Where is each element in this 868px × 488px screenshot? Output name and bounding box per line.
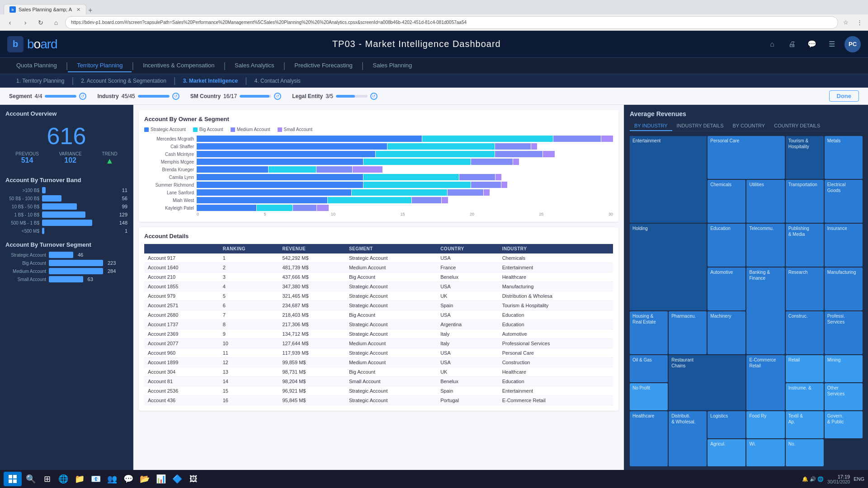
teams-icon[interactable]: 👥 [105,472,119,486]
url-bar[interactable]: https://bdev-p1.board.com/#/screen?capsu… [65,16,838,29]
treemap-cell[interactable]: Holding [630,224,707,310]
treemap-cell[interactable]: Other Services [825,383,863,410]
table-row[interactable]: Account 304 13 98,731 M$ Big Account UK … [144,367,613,377]
home-header-icon[interactable]: ⌂ [765,37,779,52]
treemap-cell[interactable]: Pharmaceu. [669,311,707,354]
back-button[interactable]: ‹ [4,16,16,29]
table-row[interactable]: Account 2077 10 127,644 M$ Medium Accoun… [144,339,613,348]
menu-icon[interactable]: ☰ [825,37,839,52]
treemap-cell[interactable]: Oil & Gas [630,355,668,382]
new-tab-button[interactable]: + [88,6,92,14]
treemap-cell[interactable]: Textil & Ap. [786,411,824,438]
task-view[interactable]: ⊞ [40,472,54,486]
subtab-scoring[interactable]: 2. Account Scoring & Segmentation [74,76,174,86]
treemap-cell[interactable]: Machinery [708,311,745,354]
treemap-cell[interactable]: E-Commerce Retail [746,355,784,410]
ie-icon[interactable]: 🌐 [56,472,71,486]
treemap-cell[interactable]: Mining [825,355,863,382]
subtab-contact[interactable]: 4. Contact Analysis [247,76,308,86]
refresh-button[interactable]: ↻ [34,16,47,29]
start-button[interactable] [4,472,22,486]
user-avatar[interactable]: PC [844,36,861,52]
treemap-cell[interactable]: Insurance [825,224,863,267]
table-row[interactable]: Account 2369 9 134,712 M$ Strategic Acco… [144,329,613,339]
tab-sales-analytics[interactable]: Sales Analytics [226,59,283,72]
table-row[interactable]: Account 1640 2 481,739 M$ Medium Account… [144,263,613,272]
table-row[interactable]: Account 917 1 542,292 M$ Strategic Accou… [144,253,613,263]
treemap-cell[interactable]: Transportation [786,180,824,223]
treemap-cell[interactable]: No Profit [630,383,668,410]
treemap-cell[interactable]: Logistics [708,411,745,438]
treemap-cell[interactable]: Distributi. & Wholesal. [669,411,707,466]
avg-rev-tab-country-details[interactable]: COUNTRY DETAILS [769,121,825,131]
treemap-cell[interactable]: Manufacturing [825,267,863,310]
treemap-cell[interactable]: Professi. Services [825,311,863,354]
table-row[interactable]: Account 960 11 117,939 M$ Strategic Acco… [144,348,613,358]
edge-icon[interactable]: 🔷 [170,472,184,486]
treemap-cell[interactable]: Banking & Finance [746,267,784,354]
table-row[interactable]: Account 1899 12 99,859 M$ Medium Account… [144,358,613,367]
chat-icon[interactable]: 💬 [805,37,819,52]
tab-incentives[interactable]: Incentives & Compensation [134,59,223,72]
table-row[interactable]: Account 1855 4 347,380 M$ Strategic Acco… [144,282,613,291]
treemap-cell[interactable]: Restaurant Chains [669,355,745,410]
treemap-cell[interactable]: Personal Care [708,136,784,179]
table-row[interactable]: Account 1737 8 217,306 M$ Strategic Acco… [144,320,613,329]
table-row[interactable]: Account 210 3 437,666 M$ Big Account Ben… [144,272,613,282]
done-button[interactable]: Done [829,90,859,102]
home-button[interactable]: ⌂ [50,16,62,29]
treemap-cell[interactable]: Instrume. & [786,383,824,410]
print-icon[interactable]: 🖨 [785,37,799,52]
treemap-cell[interactable]: Housing & Real Estate [630,311,668,354]
treemap-cell[interactable]: Publishing & Media [786,224,824,267]
avg-rev-tab-country[interactable]: BY COUNTRY [728,121,769,131]
treemap-cell[interactable]: Retail [786,355,824,382]
treemap-cell[interactable]: Govern. & Public [825,411,863,438]
search-taskbar[interactable]: 🔍 [24,472,38,486]
filter-segment-reset[interactable]: ↺ [79,93,86,100]
treemap-cell[interactable]: Telecommu. [746,224,784,267]
outlook-icon[interactable]: 📧 [89,472,103,486]
filter-sm-reset[interactable]: ↺ [274,93,281,100]
table-row[interactable]: Account 2571 6 234,687 M$ Strategic Acco… [144,301,613,310]
tab-quota-planning[interactable]: Quota Planning [7,59,66,72]
treemap-cell[interactable]: Metals [825,136,863,179]
skype-icon[interactable]: 💬 [121,472,136,486]
excel-icon[interactable]: 📊 [154,472,168,486]
table-row[interactable]: Account 81 14 98,204 M$ Small Account Be… [144,377,613,386]
treemap-cell[interactable]: Electrical Goods [825,180,863,223]
forward-button[interactable]: › [19,16,32,29]
table-row[interactable]: Account 979 5 321,465 M$ Strategic Accou… [144,291,613,301]
treemap-cell[interactable]: Utilities [746,180,784,223]
browser-tab[interactable]: b Sales Planning &amp; A ✕ [4,4,86,14]
treemap-cell[interactable]: Agricul. [708,439,745,466]
treemap-cell[interactable]: Food Ry [746,411,784,438]
filter-legal-reset[interactable]: ↺ [370,93,377,100]
avg-rev-tab-industry[interactable]: BY INDUSTRY [630,121,672,131]
tab-predictive[interactable]: Predictive Forecasting [285,59,362,72]
tab-close-icon[interactable]: ✕ [76,7,80,13]
tab-territory-planning[interactable]: Territory Planning [68,59,132,72]
table-row[interactable]: Account 2680 7 218,403 M$ Big Account US… [144,310,613,320]
subtab-market[interactable]: 3. Market Intelligence [176,76,245,86]
subtab-territory[interactable]: 1. Territory Planning [9,76,72,86]
treemap-cell[interactable]: Healthcare [630,411,668,466]
treemap-cell[interactable]: No. [786,439,824,466]
treemap-cell[interactable]: Automotive [708,267,745,310]
treemap-cell[interactable]: Wi. [746,439,784,466]
photos-icon[interactable]: 🖼 [186,472,201,486]
treemap-cell[interactable]: Chemicals [708,180,745,223]
files-icon[interactable]: 📂 [137,472,152,486]
filter-industry-reset[interactable]: ↺ [172,93,179,100]
extensions-icon[interactable]: ⋮ [854,18,864,28]
treemap-cell[interactable]: Tourism & Hospitality [786,136,824,179]
bookmark-icon[interactable]: ☆ [841,18,851,28]
treemap-cell[interactable]: Construc. [786,311,824,354]
table-row[interactable]: Account 436 16 95,845 M$ Strategic Accou… [144,396,613,405]
avg-rev-tab-industry-details[interactable]: INDUSTRY DETAILS [672,121,728,131]
treemap-cell[interactable]: Research [786,267,824,310]
treemap-cell[interactable]: Education [708,224,745,267]
table-row[interactable]: Account 2536 15 96,921 M$ Strategic Acco… [144,386,613,396]
tab-sales-planning[interactable]: Sales Planning [364,59,421,72]
treemap-cell[interactable]: Entertainment [630,136,707,223]
